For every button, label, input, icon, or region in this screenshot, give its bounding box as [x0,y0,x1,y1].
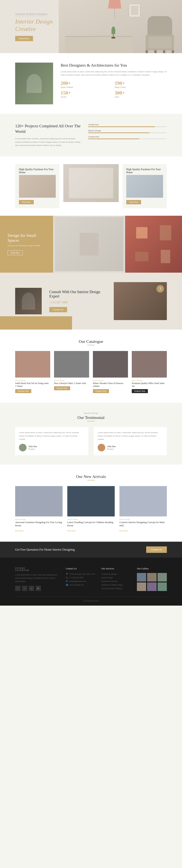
footer-description: Lorem ipsum dolor sit amet, consectetur … [15,573,60,583]
skill-bar-fill [88,138,139,139]
testimonial-section: Interior Design Our Testimonial Lorem ip… [0,403,182,465]
catalogue-item-2: Interior Design New Lifestyle Fabric 3 S… [54,351,89,393]
arrival-name: Awesome Furniture Designing For Your Liv… [15,521,63,527]
consult-contact-button[interactable]: Contact Us [49,307,67,312]
testimonial-name: John Doe [29,445,37,448]
projects-description: Lorem ipsum dolor sit amet, consectetur … [15,137,81,147]
enquire-button-1[interactable]: Enquire Now [15,389,31,393]
catalogue-category: Interior Design [54,379,89,381]
arrival-read-more-2[interactable]: Read More [67,530,76,532]
gallery-thumb-2[interactable] [147,573,156,582]
linkedin-icon[interactable]: in [29,586,34,591]
catalogue-category: Interior Design [15,379,50,381]
furniture-card-title: High Quality Furniture For Your Home [19,168,56,174]
arrival-name: Latest Trending Concept for Children Rea… [67,521,115,527]
catalogue-item-1: Interior Design Solid Wood Sofa Set for … [15,351,50,393]
footer-service-4[interactable]: Apartment Complex Design [101,584,131,586]
gallery-thumb-4[interactable] [137,583,146,591]
skill-interior: Interior Design [88,129,167,133]
footer-website: 🌐 www.example.com [66,584,96,586]
shop-now-button-1[interactable]: Shop Now [19,200,34,204]
testimonial-item-2: Lorem ipsum dolor sit amet, consectetur … [94,427,167,455]
youtube-icon[interactable]: ▶ [36,586,41,591]
testimonial-item-1: Lorem ipsum dolor sit amet, consectetur … [15,427,88,455]
hero-read-more-button[interactable]: Read More [15,36,33,41]
enquire-button-3[interactable]: Enquire Now [93,389,109,393]
testimonial-role: Designer [29,448,37,450]
cta-banner: Get Free Quotation For Home Interior Des… [0,542,182,558]
about-image-inner [15,63,53,104]
facebook-icon[interactable]: f [15,586,21,591]
design-left-panel: Design for Small Spaces Furniture for Ef… [0,216,53,273]
footer-brand: INTERI INTERIOR Lorem ipsum dolor sit am… [15,567,60,591]
footer-service-1[interactable]: Architecture Design [101,573,131,575]
footer-logo: INTERI INTERIOR [15,567,60,571]
skill-architecture: Architecture [88,123,167,127]
arrival-item-1: Interior Design Awesome Furniture Design… [15,486,63,532]
skill-name: Interior Design [88,129,167,132]
footer-service-2[interactable]: Interior Design [101,577,131,579]
twitter-icon[interactable]: t [22,586,27,591]
about-text: Best Designers & Architectures for You L… [61,63,167,98]
stat-number: 300+ [115,90,167,96]
catalogue-item-name: Solid Wood Sofa Set for living room 1 Se… [15,382,50,388]
gallery-thumb-1[interactable] [137,573,146,582]
stat-number: 190+ [115,81,167,86]
design-shop-button[interactable]: Shop Now [8,250,23,255]
cta-contact-button[interactable]: Contact Us [146,547,167,553]
catalogue-item-3: Interior Design Ethnic Wooden Chest of D… [93,351,128,393]
gallery-thumb-5[interactable] [147,583,156,591]
arrival-category: Interior Design [119,518,167,520]
enquire-button-4[interactable]: Enquire Now [132,389,148,393]
enquire-button-2[interactable]: Enquire Now [54,386,70,390]
projects-skills: Architecture Interior Design Constructio… [88,123,167,142]
testimonial-text: Lorem ipsum dolor sit amet, consectetur … [98,431,163,441]
design-middle-image [53,216,125,273]
hero-image [59,0,182,53]
footer-service-5[interactable]: Event and Project Planning [101,587,131,589]
arrival-name: Creative Interior Designing Concept for … [119,521,167,527]
about-description: Lorem ipsum dolor sit amet, consectetur … [61,70,167,76]
arrival-category: Interior Design [67,518,115,520]
arrivals-section: Our New Arrivals Interior Design Awesome… [0,465,182,542]
testimonial-author: John Doe Designer [98,444,163,452]
testimonial-avatar-2 [98,444,105,452]
arrival-item-3: Interior Design Creative Interior Design… [119,486,167,532]
testimonial-text: Lorem ipsum dolor sit amet, consectetur … [19,431,84,441]
footer-services: Our Services Architecture Design Interio… [101,567,131,591]
design-small-subtitle: Furniture for Efficient Living from $60 [8,244,45,247]
arrival-image-3 [119,486,167,517]
about-title: Best Designers & Architectures for You [61,63,167,68]
skill-bar-fill [88,132,149,133]
furniture-card-1: High Quality Furniture For Your Home Sho… [15,164,60,208]
catalogue-image-3 [93,351,128,377]
footer-address: 📍 75 Powell Street, New York, USA [66,573,96,575]
furniture-wide-image [63,164,118,202]
footer-grid: INTERI INTERIOR Lorem ipsum dolor sit am… [15,567,167,591]
catalogue-item-name: New Lifestyle Fabric 3 Seater Sofa [54,382,89,385]
hero-title: Interior Design Creative [15,18,53,32]
arrival-read-more-1[interactable]: Read More [15,530,24,532]
footer-service-3[interactable]: Architecture Exterior [101,580,131,582]
hero-content: Architects & Interior Designers Interior… [0,4,68,49]
footer-social: f t in ▶ [15,586,60,591]
furniture-section: High Quality Furniture For Your Home Sho… [0,157,182,216]
catalogue-item-name: Ethnic Wooden Chest of Drawers cabinet [93,382,128,388]
arrival-category: Interior Design [15,518,63,520]
footer-gallery [137,573,167,591]
consult-side-image: 3 [114,282,167,320]
stats-grid: 200+ Project Finished 190+ Happy Clients… [61,81,167,98]
skill-bar-bg [88,126,167,127]
testimonial-divider [87,421,95,422]
shop-now-button-2[interactable]: Shop Now [126,200,141,204]
arrival-read-more-3[interactable]: Read More [119,530,128,532]
footer-contact: Contact Us 📍 75 Powell Street, New York,… [66,567,96,591]
design-right-image [125,216,182,273]
gallery-thumb-3[interactable] [157,573,167,582]
footer-contact-title: Contact Us [66,567,96,570]
gallery-thumb-6[interactable] [157,583,167,591]
stat-label: Happy Clients [115,86,167,88]
skill-bar-bg [88,132,167,133]
footer: INTERI INTERIOR Lorem ipsum dolor sit am… [0,558,182,606]
catalogue-image-2 [54,351,89,377]
